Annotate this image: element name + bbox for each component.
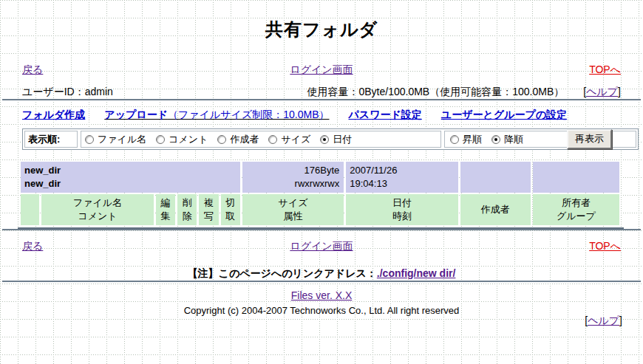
radio-date[interactable]	[320, 135, 329, 144]
divider	[2, 229, 641, 230]
file-table: new_dir new_dir 176Byte rwxrwxrwx 2007/1…	[18, 160, 622, 227]
radio-date-label[interactable]: 日付	[333, 133, 352, 146]
radio-comment[interactable]	[156, 135, 165, 144]
sort-field-group: ファイル名 コメント 作成者 サイズ 日付	[81, 131, 441, 148]
header-copy: 複 写	[199, 194, 218, 225]
upload-size-limit-note: （ファイルサイズ制限：10.0MB）	[168, 109, 330, 120]
login-screen-link[interactable]: ログイン画面	[290, 63, 353, 75]
refresh-button[interactable]: 再表示	[567, 129, 612, 149]
bracket: ]	[618, 86, 621, 97]
radio-creator[interactable]	[217, 135, 226, 144]
top-link-bottom[interactable]: TOPへ	[589, 240, 621, 252]
radio-option-descending[interactable]: 降順	[491, 133, 523, 146]
radio-descending[interactable]	[491, 135, 500, 144]
note-prefix: 【注】このページへのリンクアドレス：	[188, 267, 377, 279]
divider	[2, 281, 641, 282]
file-owner-group-cell	[533, 162, 619, 193]
copyright-text: Copyright (c) 2004-2007 Technoworks Co.,…	[0, 305, 643, 316]
help-link-bottom[interactable]: ヘルプ	[588, 315, 619, 326]
sort-direction-group: 昇順 降順 再表示	[444, 131, 636, 148]
help-top: [ヘルプ]	[583, 86, 621, 99]
divider	[2, 99, 641, 100]
user-info-row: ユーザーID：admin 使用容量：0Byte/100.0MB（使用可能容量：1…	[22, 86, 621, 99]
top-link[interactable]: TOPへ	[589, 63, 621, 75]
radio-option-size[interactable]: サイズ	[268, 133, 310, 146]
top-nav-row: 戻る ログイン画面 TOPへ	[22, 63, 621, 77]
back-link[interactable]: 戻る	[22, 63, 43, 75]
radio-option-ascending[interactable]: 昇順	[450, 133, 482, 146]
sort-order-label: 表示順:	[24, 131, 78, 148]
radio-size-label[interactable]: サイズ	[281, 133, 310, 146]
header-size-attr: サイズ 属性	[242, 194, 344, 225]
help-link-top[interactable]: ヘルプ	[586, 86, 618, 97]
radio-ascending[interactable]	[450, 135, 459, 144]
radio-option-comment[interactable]: コメント	[156, 133, 208, 146]
create-folder-link[interactable]: フォルダ作成	[22, 109, 85, 122]
header-filename-comment: ファイル名 コメント	[41, 194, 154, 225]
radio-option-creator[interactable]: 作成者	[217, 133, 259, 146]
file-name-comment-cell[interactable]: new_dir new_dir	[21, 162, 240, 193]
version-link[interactable]: Files ver. X.X	[291, 289, 352, 301]
header-delete: 削 除	[177, 194, 197, 225]
file-creator-cell	[460, 162, 531, 193]
bottom-nav-row: 戻る ログイン画面 TOPへ	[22, 240, 621, 253]
header-row: ファイル名 コメント 編 集 削 除 複 写 切 取 サイズ 属性 日付 時刻 …	[21, 194, 619, 225]
header-date-time: 日付 時刻	[346, 194, 458, 225]
user-group-settings-link[interactable]: ユーザーとグループの設定	[441, 109, 567, 122]
file-size-attr-cell: 176Byte rwxrwxrwx	[242, 162, 344, 193]
header-owner-group: 所有者 グループ	[533, 194, 619, 225]
radio-creator-label[interactable]: 作成者	[230, 133, 259, 146]
radio-option-date[interactable]: 日付	[320, 133, 352, 146]
usage-text: 使用容量：0Byte/100.0MB（使用可能容量：100.0MB）	[307, 86, 564, 99]
password-settings-link[interactable]: パスワード設定	[349, 109, 422, 122]
user-id-text: ユーザーID：admin	[22, 86, 113, 99]
header-select-cell	[21, 194, 39, 225]
radio-comment-label[interactable]: コメント	[169, 133, 208, 146]
radio-filename-label[interactable]: ファイル名	[98, 133, 146, 146]
upload-link[interactable]: アップロード（ファイルサイズ制限：10.0MB）	[104, 109, 329, 122]
login-screen-link-bottom[interactable]: ログイン画面	[290, 240, 353, 252]
sort-toolbar: 表示順: ファイル名 コメント 作成者 サイズ 日付 昇順 降順	[22, 128, 639, 150]
upload-link-label: アップロード	[104, 109, 168, 120]
link-address-note: 【注】このページへのリンクアドレス：./config/new dir/	[0, 267, 643, 281]
page-title: 共有フォルダ	[0, 18, 643, 41]
back-link-bottom[interactable]: 戻る	[22, 240, 43, 252]
file-row: new_dir new_dir 176Byte rwxrwxrwx 2007/1…	[21, 162, 619, 193]
shared-folder-page: { "page": { "title": "共有フォルダ" }, "nav": …	[0, 0, 643, 364]
radio-ascending-label[interactable]: 昇順	[463, 133, 482, 146]
radio-filename[interactable]	[85, 135, 94, 144]
bracket: ]	[619, 315, 622, 326]
header-edit: 編 集	[156, 194, 175, 225]
header-creator: 作成者	[460, 194, 531, 225]
radio-size[interactable]	[268, 135, 277, 144]
actions-row: フォルダ作成 アップロード（ファイルサイズ制限：10.0MB） パスワード設定 …	[22, 109, 643, 122]
file-date-time-cell: 2007/11/26 19:04:13	[346, 162, 458, 193]
radio-descending-label[interactable]: 降順	[504, 133, 523, 146]
radio-option-filename[interactable]: ファイル名	[85, 133, 146, 146]
header-cut: 切 取	[221, 194, 240, 225]
config-dir-link[interactable]: ./config/new dir/	[377, 267, 456, 279]
help-bottom: [ヘルプ]	[585, 315, 622, 328]
